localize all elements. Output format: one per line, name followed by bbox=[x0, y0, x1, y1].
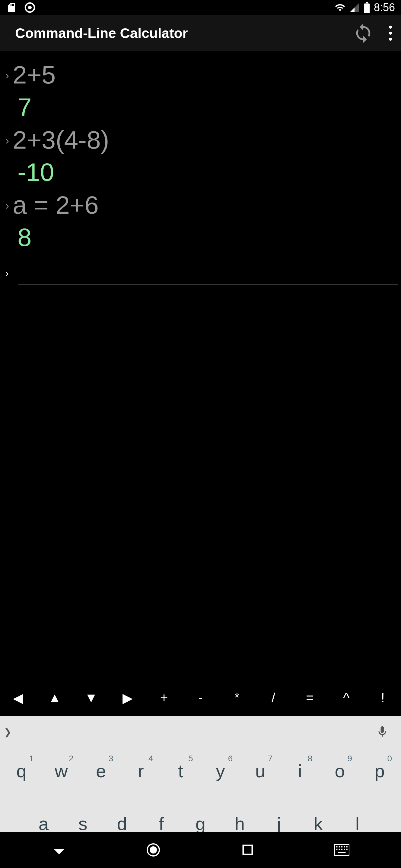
status-left bbox=[6, 2, 35, 13]
symbol-key[interactable]: + bbox=[146, 690, 182, 705]
svg-point-8 bbox=[150, 846, 157, 854]
letter-key[interactable]: o9 bbox=[320, 748, 360, 795]
battery-icon bbox=[364, 2, 370, 13]
svg-point-1 bbox=[28, 6, 32, 9]
app-title: Command-Line Calculator bbox=[15, 25, 188, 41]
symbol-key[interactable]: ▶ bbox=[109, 690, 146, 706]
result-text: -10 bbox=[18, 158, 398, 187]
status-bar: 8:56 bbox=[0, 0, 401, 15]
letter-key[interactable]: p0 bbox=[360, 748, 400, 795]
prompt-icon: › bbox=[5, 69, 9, 82]
symbol-key[interactable]: / bbox=[255, 690, 292, 705]
svg-rect-17 bbox=[339, 849, 340, 850]
history-entry: ›2+5 bbox=[3, 60, 398, 90]
mic-icon[interactable] bbox=[376, 725, 389, 738]
app-actions bbox=[353, 23, 392, 44]
svg-rect-9 bbox=[243, 845, 252, 855]
recent-apps-button[interactable] bbox=[234, 844, 261, 856]
svg-rect-14 bbox=[344, 846, 345, 847]
letter-key[interactable]: r4 bbox=[121, 748, 161, 795]
terminal-area: ›2+57›2+3(4-8)-10›a = 2+68› bbox=[0, 51, 401, 503]
status-right: 8:56 bbox=[335, 1, 395, 14]
svg-rect-20 bbox=[346, 849, 347, 850]
svg-rect-21 bbox=[338, 852, 345, 853]
svg-rect-11 bbox=[336, 846, 337, 847]
svg-rect-3 bbox=[366, 2, 368, 4]
expression-text: 2+5 bbox=[13, 60, 56, 90]
symbol-key[interactable]: = bbox=[292, 690, 328, 705]
expand-suggestions-icon[interactable]: ❯ bbox=[0, 723, 15, 741]
suggestion-bar: ❯ bbox=[0, 716, 401, 748]
svg-rect-18 bbox=[341, 849, 342, 850]
result-text: 7 bbox=[18, 93, 398, 122]
letter-key[interactable]: w2 bbox=[41, 748, 81, 795]
symbol-key[interactable]: ! bbox=[365, 690, 401, 705]
sync-icon[interactable] bbox=[353, 23, 374, 44]
clock-text: 8:56 bbox=[374, 1, 395, 14]
letter-key[interactable]: e3 bbox=[81, 748, 121, 795]
letter-key[interactable]: t5 bbox=[161, 748, 201, 795]
svg-rect-19 bbox=[344, 849, 345, 850]
prompt-icon: › bbox=[5, 199, 9, 212]
symbol-key[interactable]: * bbox=[219, 690, 255, 705]
circle-icon bbox=[24, 2, 35, 13]
keyboard-switch-button[interactable] bbox=[328, 844, 355, 856]
symbol-key[interactable]: ◀ bbox=[0, 690, 36, 706]
sd-card-icon bbox=[6, 2, 17, 13]
svg-rect-13 bbox=[341, 846, 342, 847]
svg-rect-16 bbox=[336, 849, 337, 850]
symbol-key[interactable]: ▼ bbox=[73, 690, 110, 705]
svg-rect-15 bbox=[346, 846, 347, 847]
expression-text: 2+3(4-8) bbox=[13, 125, 109, 155]
letter-key[interactable]: q1 bbox=[1, 748, 41, 795]
expression-text: a = 2+6 bbox=[13, 190, 99, 220]
back-button[interactable] bbox=[46, 843, 73, 857]
history-entry: ›a = 2+6 bbox=[3, 190, 398, 220]
history-entry: ›2+3(4-8) bbox=[3, 125, 398, 155]
symbol-key[interactable]: ^ bbox=[328, 690, 365, 705]
signal-icon bbox=[349, 2, 360, 13]
home-button[interactable] bbox=[140, 843, 167, 857]
svg-rect-2 bbox=[364, 4, 370, 13]
prompt-icon: › bbox=[5, 134, 9, 147]
letter-key[interactable]: u7 bbox=[240, 748, 280, 795]
result-text: 8 bbox=[18, 223, 398, 252]
command-input[interactable] bbox=[19, 261, 398, 285]
wifi-icon bbox=[335, 2, 345, 13]
input-line: › bbox=[3, 261, 398, 285]
letter-key[interactable]: i8 bbox=[280, 748, 320, 795]
prompt-icon: › bbox=[5, 268, 9, 279]
nav-bar bbox=[0, 832, 401, 868]
overflow-menu-icon[interactable] bbox=[389, 26, 392, 41]
symbol-row: ◀▲▼▶+-*/=^! bbox=[0, 680, 401, 716]
letter-key[interactable]: y6 bbox=[201, 748, 240, 795]
symbol-key[interactable]: - bbox=[182, 690, 219, 705]
svg-rect-12 bbox=[339, 846, 340, 847]
app-bar: Command-Line Calculator bbox=[0, 15, 401, 51]
symbol-key[interactable]: ▲ bbox=[36, 690, 73, 705]
